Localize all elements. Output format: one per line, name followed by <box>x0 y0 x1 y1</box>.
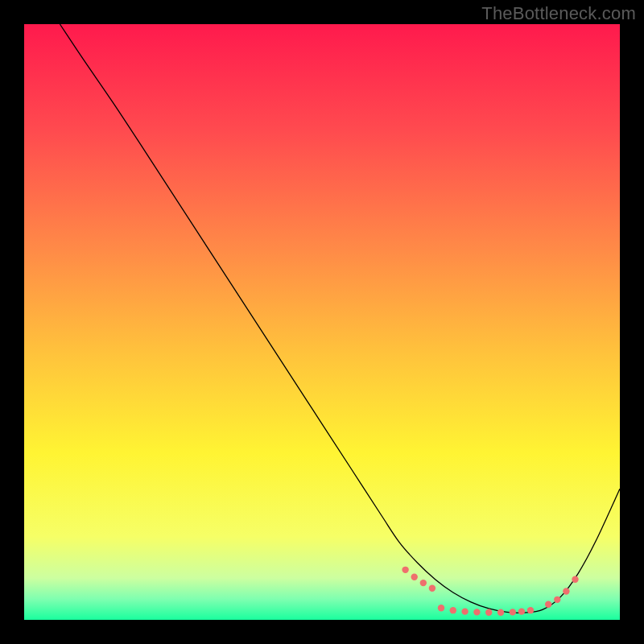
marker-dot <box>527 607 534 613</box>
marker-dot <box>438 605 444 611</box>
chart-plot <box>24 24 620 620</box>
marker-dot <box>402 567 408 573</box>
marker-dot <box>554 597 560 603</box>
marker-dot <box>473 609 480 615</box>
marker-dot <box>429 585 436 592</box>
marker-dot <box>420 580 427 586</box>
chart-frame: TheBottleneck.com <box>0 0 644 644</box>
chart-svg <box>24 24 620 620</box>
marker-dot <box>510 609 516 615</box>
marker-dot <box>461 608 468 614</box>
watermark-text: TheBottleneck.com <box>481 3 636 24</box>
marker-dot <box>563 588 569 594</box>
marker-dot <box>450 607 456 613</box>
marker-dot <box>497 609 504 616</box>
marker-dot <box>411 574 418 580</box>
marker-dot <box>572 576 578 582</box>
marker-dot <box>518 608 525 614</box>
gradient-background <box>24 24 620 620</box>
marker-dot <box>545 601 551 608</box>
marker-dot <box>485 609 492 616</box>
